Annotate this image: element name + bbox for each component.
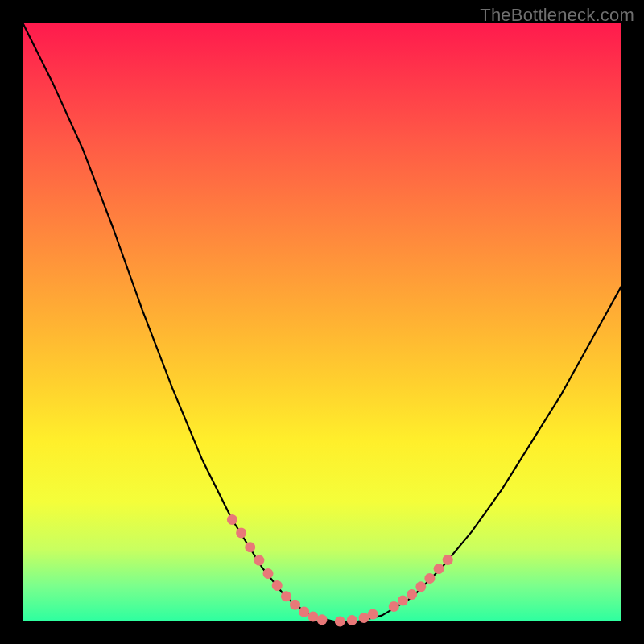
curve-marker [254, 555, 264, 566]
curve-marker [290, 600, 300, 610]
curve-marker [308, 612, 318, 622]
curve-marker [227, 514, 237, 525]
curve-marker [424, 573, 435, 584]
curve-marker [415, 581, 426, 592]
curve-marker [347, 615, 357, 625]
marker-group-right [389, 555, 453, 612]
curve-marker [245, 542, 255, 552]
chart-frame: TheBottleneck.com [0, 0, 644, 644]
curve-marker [263, 568, 274, 579]
curve-marker [272, 580, 283, 591]
curve-marker [389, 601, 399, 612]
watermark-text: TheBottleneck.com [480, 5, 634, 26]
curve-marker [443, 555, 453, 565]
curve-marker [335, 617, 345, 627]
curve-layer [23, 23, 621, 621]
curve-marker [407, 589, 417, 600]
curve-marker [317, 614, 328, 625]
curve-marker [434, 564, 444, 574]
curve-marker [359, 613, 369, 623]
marker-group-left [227, 514, 378, 627]
curve-marker [398, 596, 408, 606]
plot-area [23, 23, 621, 621]
curve-marker [236, 527, 246, 538]
bottleneck-curve [23, 23, 621, 621]
curve-marker [281, 591, 291, 601]
curve-marker [368, 609, 378, 620]
curve-marker [299, 607, 309, 617]
